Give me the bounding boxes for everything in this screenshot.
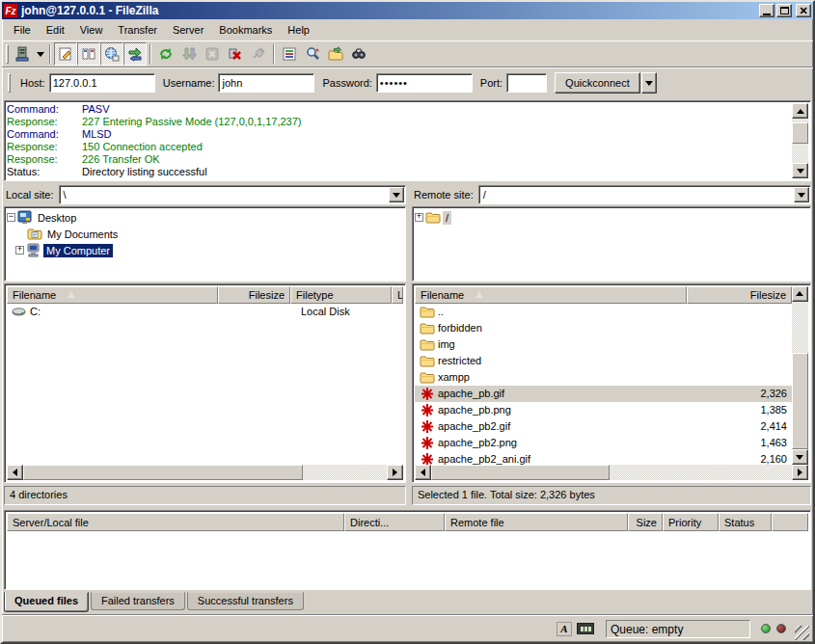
file-row-folder[interactable]: xampp <box>415 369 792 386</box>
remote-list-body[interactable]: .. forbidden img restricted <box>415 304 792 465</box>
column-header-server-local-file[interactable]: Server/Local file <box>7 513 344 531</box>
column-header-priority[interactable]: Priority <box>663 513 719 531</box>
column-header-direction[interactable]: Directi... <box>344 513 445 531</box>
remote-site-dropdown[interactable] <box>794 187 809 202</box>
cancel-button[interactable] <box>201 42 224 66</box>
scroll-right-button[interactable] <box>387 465 403 480</box>
title-bar[interactable]: Fz john@127.0.0.1 - FileZilla ✕ <box>2 2 813 19</box>
column-header-filetype[interactable]: Filetype <box>290 286 392 304</box>
find-files-icon <box>351 46 367 62</box>
scroll-left-button[interactable] <box>415 465 431 480</box>
local-site-value: \ <box>60 186 388 203</box>
menu-edit[interactable]: Edit <box>39 22 72 38</box>
local-list-body[interactable]: C: Local Disk <box>7 304 403 465</box>
tab-failed-transfers[interactable]: Failed transfers <box>91 592 185 610</box>
column-header-remote-file[interactable]: Remote file <box>445 513 628 531</box>
message-log-icon <box>58 46 73 62</box>
local-site-label: Local site: <box>6 189 54 201</box>
local-list-hscrollbar[interactable] <box>7 465 403 480</box>
resize-grip[interactable] <box>795 626 809 640</box>
menu-server[interactable]: Server <box>165 22 211 38</box>
file-row-folder[interactable]: restricted <box>415 353 792 369</box>
column-header-status[interactable]: Status <box>719 513 772 531</box>
scroll-thumb[interactable] <box>792 353 808 449</box>
cancel-icon <box>204 46 220 62</box>
minimize-button[interactable] <box>759 4 774 17</box>
expand-expander[interactable]: + <box>415 213 423 222</box>
disconnect-button[interactable] <box>224 42 247 66</box>
menu-help[interactable]: Help <box>280 22 317 38</box>
tab-successful-transfers[interactable]: Successful transfers <box>187 592 304 610</box>
close-button[interactable]: ✕ <box>796 4 811 17</box>
file-row-folder[interactable]: img <box>415 336 792 353</box>
column-header-filesize[interactable]: Filesize <box>687 286 793 304</box>
quickconnect-dropdown[interactable] <box>641 72 657 94</box>
queue-body[interactable] <box>7 531 808 587</box>
reconnect-button[interactable] <box>247 42 270 66</box>
speed-limits-indicator[interactable] <box>577 621 594 636</box>
toggle-remote-tree-button[interactable] <box>100 42 123 66</box>
toggle-transfer-queue-button[interactable] <box>123 42 147 66</box>
menu-transfer[interactable]: Transfer <box>110 22 165 38</box>
password-input[interactable] <box>376 73 473 93</box>
filter-button[interactable] <box>278 42 301 66</box>
maximize-button[interactable] <box>776 4 792 17</box>
scroll-down-button[interactable] <box>792 163 808 178</box>
remote-list-vscrollbar[interactable] <box>792 286 808 465</box>
scroll-right-button[interactable] <box>792 465 808 480</box>
site-manager-dropdown[interactable] <box>34 43 46 65</box>
file-row-file[interactable]: apache_pb.png 1,385 <box>415 402 792 418</box>
process-queue-button[interactable] <box>177 42 201 66</box>
column-header-lastmodified[interactable]: L <box>392 286 403 304</box>
scroll-thumb[interactable] <box>431 465 610 480</box>
toggle-message-log-button[interactable] <box>54 42 77 66</box>
scroll-up-button[interactable] <box>792 103 808 119</box>
file-row-selected[interactable]: apache_pb.gif 2,326 <box>415 386 792 402</box>
site-manager-button[interactable] <box>11 42 34 66</box>
username-input[interactable] <box>218 73 314 93</box>
find-files-button[interactable] <box>347 42 370 66</box>
port-input[interactable] <box>506 73 547 93</box>
file-row-updir[interactable]: .. <box>415 304 792 320</box>
scroll-up-button[interactable] <box>792 286 808 302</box>
synchronized-browsing-button[interactable] <box>324 42 347 66</box>
scroll-left-button[interactable] <box>7 465 23 480</box>
tree-item-my-computer[interactable]: + My Computer <box>7 242 403 258</box>
column-header-filesize[interactable]: Filesize <box>218 286 290 304</box>
quickconnect-button[interactable]: Quickconnect <box>555 72 640 94</box>
image-file-icon <box>420 403 435 417</box>
tree-item-my-documents[interactable]: My Documents <box>7 226 403 242</box>
scroll-thumb[interactable] <box>792 122 808 144</box>
menu-bookmarks[interactable]: Bookmarks <box>211 22 280 38</box>
local-site-combo[interactable]: \ <box>59 185 406 204</box>
file-row-file[interactable]: apache_pb2.png 1,463 <box>415 435 792 451</box>
log-scrollbar[interactable] <box>792 103 808 178</box>
collapse-expander[interactable]: − <box>7 213 15 222</box>
refresh-button[interactable] <box>154 42 177 66</box>
tab-queued-files[interactable]: Queued files <box>4 592 89 612</box>
file-name: C: <box>30 306 41 317</box>
remote-site-combo[interactable]: / <box>478 185 811 204</box>
tree-item-desktop[interactable]: − Desktop <box>7 209 403 226</box>
expand-expander[interactable]: + <box>15 246 24 255</box>
toggle-local-tree-button[interactable] <box>77 42 100 66</box>
column-header-filename[interactable]: Filename <box>7 286 218 304</box>
file-row-folder[interactable]: forbidden <box>415 320 792 336</box>
menu-view[interactable]: View <box>72 22 111 38</box>
tree-item-root[interactable]: + / <box>415 209 808 226</box>
host-input[interactable] <box>49 73 155 93</box>
my-computer-icon <box>26 243 41 257</box>
image-file-icon <box>420 452 435 465</box>
scroll-thumb[interactable] <box>23 465 303 480</box>
data-type-indicator[interactable]: A <box>556 621 573 636</box>
file-row-file[interactable]: apache_pb2_ani.gif 2,160 <box>415 451 792 465</box>
remote-list-hscrollbar[interactable] <box>415 465 808 480</box>
file-row-c-drive[interactable]: C: Local Disk <box>7 304 403 320</box>
menu-file[interactable]: File <box>6 22 39 38</box>
column-header-filename[interactable]: Filename <box>415 286 687 304</box>
scroll-down-button[interactable] <box>792 449 808 465</box>
column-header-size[interactable]: Size <box>628 513 663 531</box>
local-site-dropdown[interactable] <box>389 187 404 202</box>
directory-comparison-button[interactable] <box>301 42 324 66</box>
file-row-file[interactable]: apache_pb2.gif 2,414 <box>415 418 792 435</box>
